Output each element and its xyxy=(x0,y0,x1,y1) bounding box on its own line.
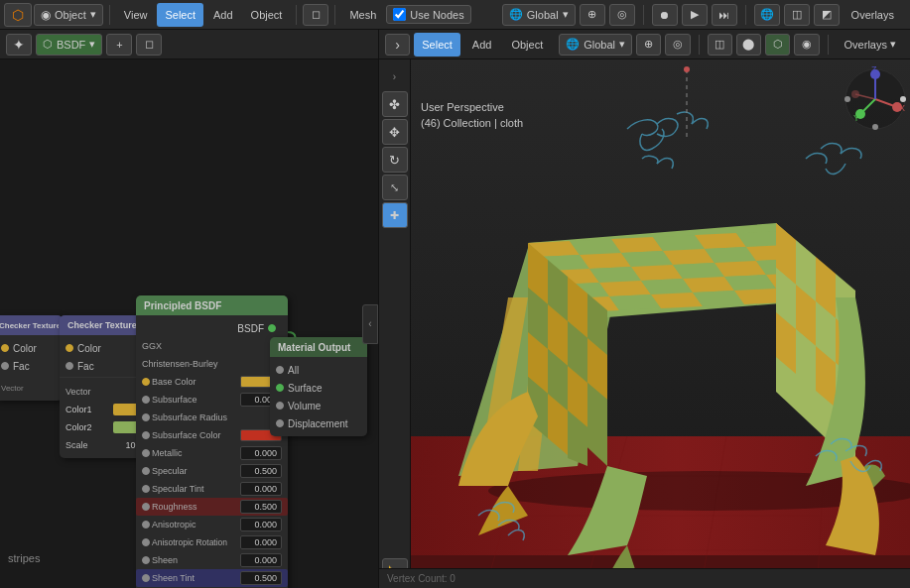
svg-point-92 xyxy=(900,96,906,102)
specular-value: 0.500 xyxy=(240,464,282,478)
metallic-socket xyxy=(142,449,150,457)
scale-tool-btn[interactable]: ⤡ xyxy=(382,175,408,200)
use-nodes-checkbox[interactable]: Use Nodes xyxy=(386,5,470,24)
metallic-field[interactable]: Metallic 0.000 xyxy=(136,444,288,462)
viewport-add-btn[interactable]: Add xyxy=(464,33,500,57)
anisotropic-rotation-field[interactable]: Anisotropic Rotation 0.000 xyxy=(136,533,288,551)
anisotropic-rot-socket xyxy=(142,538,150,546)
mode-icon-btn-1[interactable]: ◻ xyxy=(303,4,328,26)
svg-text:User Perspective: User Perspective xyxy=(421,101,504,113)
base-color-socket xyxy=(142,378,150,386)
anim-record-btn[interactable]: ⏺ xyxy=(652,4,678,26)
sheen-tint-socket xyxy=(142,574,150,582)
bsdf-out-socket xyxy=(268,324,276,332)
anisotropic-socket xyxy=(142,521,150,529)
roughness-field[interactable]: Roughness 0.500 xyxy=(136,498,288,516)
panel-collapse-arrow[interactable]: ‹ xyxy=(362,304,378,344)
material-output-node[interactable]: Material Output All Surface Volume xyxy=(270,337,367,436)
separator-4 xyxy=(643,5,644,25)
cursor-tool-btn[interactable]: ✤ xyxy=(382,91,408,117)
viewport-material-btn[interactable]: ⬡ xyxy=(765,34,790,56)
blender-logo[interactable]: ⬡ xyxy=(4,3,32,27)
anim-jump-btn[interactable]: ⏭ xyxy=(712,4,737,26)
viewport-global-dropdown[interactable]: 🌐 Global ▾ xyxy=(559,34,632,56)
separator-2 xyxy=(296,5,297,25)
sheen-field[interactable]: Sheen 0.000 xyxy=(136,551,288,569)
viewport-collapse-btn[interactable]: › xyxy=(385,34,410,56)
rotate-tool-btn[interactable]: ↻ xyxy=(382,147,408,173)
top-bar-right: 🌐 Global ▾ ⊕ ◎ ⏺ ▶ ⏭ 🌐 ◫ ◩ Overlays xyxy=(502,3,910,27)
tools-expand-arrow[interactable]: › xyxy=(382,63,408,89)
anisotropic-value: 0.000 xyxy=(240,518,282,531)
principled-bsdf-node[interactable]: Principled BSDF BSDF GGX Christensen-Bur… xyxy=(136,295,288,588)
render-engine-btn[interactable]: 🌐 xyxy=(754,4,780,26)
add-menu[interactable]: Add xyxy=(205,3,241,27)
subsurface-color-socket xyxy=(142,431,150,439)
specular-tint-field[interactable]: Specular Tint 0.000 xyxy=(136,480,288,498)
mat-all-socket xyxy=(276,366,284,374)
specular-socket xyxy=(142,467,150,475)
transform-tool-btn[interactable]: ✚ xyxy=(382,202,408,228)
viewport-shading-2[interactable]: ◩ xyxy=(814,4,840,26)
viewport-shading-1[interactable]: ◫ xyxy=(784,4,810,26)
overlays-vp-btn[interactable]: Overlays ▾ xyxy=(837,33,904,57)
checker2-fac-socket xyxy=(1,362,9,370)
viewport-wire-btn[interactable]: ◫ xyxy=(708,34,732,56)
scene-chevron: ▾ xyxy=(563,8,569,21)
top-menu-bar: ⬡ ◉ Object ▾ View Select Add Object ◻ Me… xyxy=(0,0,910,30)
viewport-prop-edit-btn[interactable]: ◎ xyxy=(665,34,690,56)
select-menu[interactable]: Select xyxy=(157,3,203,27)
subsurface-field[interactable]: Subsurface 0.000 xyxy=(136,391,288,409)
viewport-render-btn[interactable]: ◉ xyxy=(794,34,819,56)
global-icon: 🌐 xyxy=(566,38,580,51)
checker-texture-node-2[interactable]: Checker Texture Color Fac Vector xyxy=(0,315,63,401)
base-color-field[interactable]: Base Color xyxy=(136,373,288,391)
mode-label: Object xyxy=(55,9,86,21)
subsurface-socket xyxy=(142,396,150,404)
scene-dropdown[interactable]: 🌐 Global ▾ xyxy=(502,4,576,26)
move-tool-btn[interactable]: ✥ xyxy=(382,119,408,145)
new-material-btn[interactable]: + xyxy=(106,34,132,56)
view-menu[interactable]: View xyxy=(116,3,156,27)
snap-icon-btn[interactable]: ⊕ xyxy=(580,4,605,26)
ggx-field: GGX xyxy=(136,337,288,355)
scene-background[interactable]: User Perspective (46) Collection | cloth… xyxy=(379,59,910,568)
mat-chevron: ▾ xyxy=(89,38,95,51)
viewport-select-btn[interactable]: Select xyxy=(414,33,460,57)
vp-sep-1 xyxy=(699,35,700,55)
node-view-btn[interactable]: ◻ xyxy=(136,34,162,56)
metallic-value: 0.000 xyxy=(240,446,282,460)
overlays-btn[interactable]: Overlays xyxy=(844,3,902,27)
svg-point-94 xyxy=(872,124,878,130)
object-menu[interactable]: Object xyxy=(243,3,291,27)
node-editor-topbar: ✦ ⬡ BSDF ▾ + ◻ xyxy=(0,30,378,59)
specular-field[interactable]: Specular 0.500 xyxy=(136,462,288,480)
svg-text:Z: Z xyxy=(871,64,877,74)
proportional-icon-btn[interactable]: ◎ xyxy=(609,4,635,26)
main-content: ✦ ⬡ BSDF ▾ + ◻ Checker Texture xyxy=(0,30,910,588)
node-editor-canvas[interactable]: Checker Texture Color Fac Vector xyxy=(0,59,378,588)
node-editor-type-btn[interactable]: ✦ xyxy=(6,34,32,56)
checker2-header-label: Checker Texture xyxy=(0,321,59,330)
viewport-object-btn[interactable]: Object xyxy=(503,33,551,57)
sheen-socket xyxy=(142,556,150,564)
mode-dropdown[interactable]: ◉ Object ▾ xyxy=(34,4,103,26)
mode-icon: ◉ xyxy=(41,8,51,22)
separator-1 xyxy=(109,5,110,25)
sheen-tint-field[interactable]: Sheen Tint 0.500 xyxy=(136,569,288,587)
node-editor-material-btn[interactable]: ⬡ BSDF ▾ xyxy=(36,34,102,56)
separator-5 xyxy=(745,5,746,25)
anim-play-btn[interactable]: ▶ xyxy=(682,4,708,26)
anisotropic-field[interactable]: Anisotropic 0.000 xyxy=(136,516,288,533)
mat-surface-socket xyxy=(276,384,284,392)
svg-text:X: X xyxy=(899,103,905,113)
roughness-socket xyxy=(142,503,150,511)
viewport-solid-btn[interactable]: ⬤ xyxy=(736,34,761,56)
viewport-snap-btn[interactable]: ⊕ xyxy=(636,34,661,56)
bsdf-output-label: BSDF xyxy=(136,319,288,337)
mesh-menu[interactable]: Mesh xyxy=(341,3,384,27)
vp-sep-2 xyxy=(828,35,829,55)
svg-point-93 xyxy=(845,96,850,102)
subsurface-color-field[interactable]: Subsurface Color xyxy=(136,426,288,444)
subsurface-radius-field[interactable]: Subsurface Radius xyxy=(136,409,288,426)
